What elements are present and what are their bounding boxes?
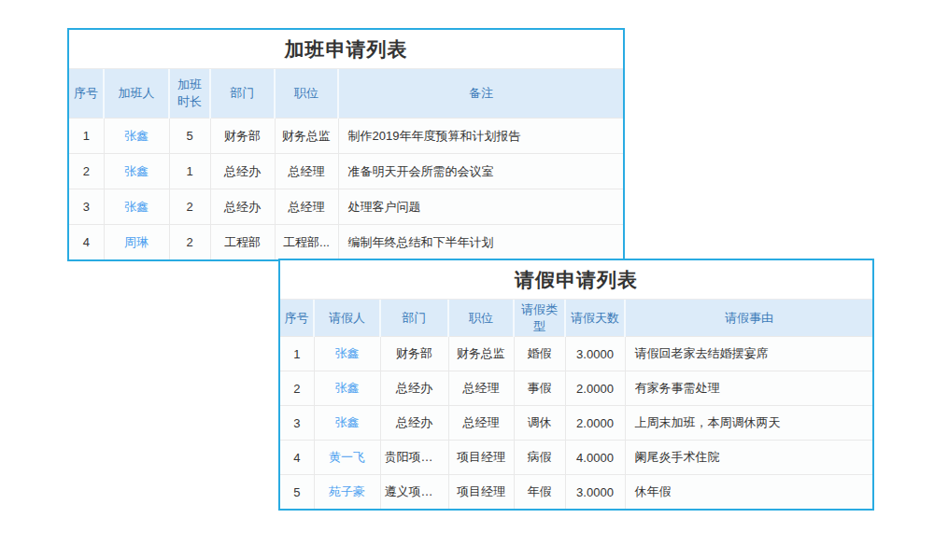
person-link[interactable]: 张鑫 bbox=[335, 346, 360, 360]
table-cell: 5 bbox=[280, 475, 314, 510]
table-cell: 制作2019年年度预算和计划报告 bbox=[338, 119, 623, 154]
column-header: 部门 bbox=[380, 300, 448, 337]
table-cell: 项目经理 bbox=[448, 475, 514, 510]
table-cell: 3 bbox=[280, 406, 314, 441]
person-cell: 张鑫 bbox=[314, 337, 380, 371]
table-cell: 财务部 bbox=[380, 337, 448, 371]
table-row: 1张鑫5财务部财务总监制作2019年年度预算和计划报告 bbox=[69, 119, 623, 154]
table-cell: 4 bbox=[69, 225, 104, 260]
table-cell: 2.0000 bbox=[565, 371, 625, 406]
table-cell: 工程部 bbox=[210, 225, 275, 260]
table-cell: 1 bbox=[169, 154, 210, 189]
leave-table-header: 序号请假人部门职位请假类型请假天数请假事由 bbox=[280, 300, 872, 337]
person-cell: 张鑫 bbox=[104, 119, 169, 154]
table-cell: 请假回老家去结婚摆宴席 bbox=[625, 337, 872, 371]
table-row: 3张鑫2总经办总经理处理客户问题 bbox=[69, 189, 623, 225]
column-header: 请假天数 bbox=[565, 300, 625, 337]
table-row: 2张鑫1总经办总经理准备明天开会所需的会议室 bbox=[69, 154, 623, 189]
overtime-table-header: 序号加班人加班时长部门职位备注 bbox=[69, 69, 623, 119]
table-cell: 2 bbox=[169, 189, 210, 225]
table-cell: 总经理 bbox=[275, 154, 338, 189]
table-cell: 休年假 bbox=[625, 475, 872, 510]
person-cell: 张鑫 bbox=[314, 371, 380, 406]
overtime-table-body: 1张鑫5财务部财务总监制作2019年年度预算和计划报告2张鑫1总经办总经理准备明… bbox=[69, 119, 623, 260]
overtime-application-table: 加班申请列表 序号加班人加班时长部门职位备注 1张鑫5财务部财务总监制作2019… bbox=[67, 28, 625, 261]
person-link[interactable]: 苑子豪 bbox=[329, 484, 365, 498]
table-cell: 2 bbox=[280, 371, 314, 406]
table-row: 5苑子豪遵义项目部项目经理年假3.0000休年假 bbox=[280, 475, 872, 510]
table-cell: 总经理 bbox=[275, 189, 338, 225]
person-link[interactable]: 张鑫 bbox=[124, 200, 149, 214]
person-link[interactable]: 周琳 bbox=[124, 235, 149, 249]
person-link[interactable]: 张鑫 bbox=[124, 129, 149, 143]
column-header: 请假人 bbox=[314, 300, 380, 337]
page: 加班申请列表 序号加班人加班时长部门职位备注 1张鑫5财务部财务总监制作2019… bbox=[0, 0, 934, 560]
table-cell: 贵阳项目部 bbox=[380, 441, 448, 475]
table-cell: 4.0000 bbox=[565, 441, 625, 475]
table-cell: 总经办 bbox=[210, 189, 275, 225]
table-cell: 财务总监 bbox=[275, 119, 338, 154]
table-cell: 工程部... bbox=[275, 225, 338, 260]
table-cell: 2.0000 bbox=[565, 406, 625, 441]
table-row: 3张鑫总经办总经理调休2.0000上周末加班，本周调休两天 bbox=[280, 406, 872, 441]
person-link[interactable]: 张鑫 bbox=[335, 381, 360, 395]
table-cell: 2 bbox=[69, 154, 104, 189]
leave-table-grid: 序号请假人部门职位请假类型请假天数请假事由 1张鑫财务部财务总监婚假3.0000… bbox=[280, 300, 872, 509]
table-cell: 准备明天开会所需的会议室 bbox=[338, 154, 623, 189]
table-row: 4黄一飞贵阳项目部项目经理病假4.0000阑尾炎手术住院 bbox=[280, 441, 872, 475]
table-cell: 总经理 bbox=[448, 371, 514, 406]
table-cell: 3.0000 bbox=[565, 337, 625, 371]
person-link[interactable]: 张鑫 bbox=[124, 164, 149, 178]
table-cell: 病假 bbox=[514, 441, 565, 475]
table-cell: 总经理 bbox=[448, 406, 514, 441]
table-cell: 上周末加班，本周调休两天 bbox=[625, 406, 872, 441]
column-header: 职位 bbox=[275, 69, 338, 119]
overtime-table-title: 加班申请列表 bbox=[69, 30, 623, 69]
table-cell: 年假 bbox=[514, 475, 565, 510]
table-cell: 总经办 bbox=[380, 406, 448, 441]
table-cell: 阑尾炎手术住院 bbox=[625, 441, 872, 475]
leave-table-title: 请假申请列表 bbox=[280, 260, 872, 300]
column-header: 请假类型 bbox=[514, 300, 565, 337]
leave-application-table: 请假申请列表 序号请假人部门职位请假类型请假天数请假事由 1张鑫财务部财务总监婚… bbox=[278, 259, 874, 511]
person-cell: 周琳 bbox=[104, 225, 169, 260]
column-header: 加班时长 bbox=[169, 69, 210, 119]
table-cell: 5 bbox=[169, 119, 210, 154]
table-cell: 1 bbox=[69, 119, 104, 154]
table-row: 4周琳2工程部工程部...编制年终总结和下半年计划 bbox=[69, 225, 623, 260]
table-cell: 总经办 bbox=[380, 371, 448, 406]
column-header: 备注 bbox=[338, 69, 623, 119]
table-cell: 编制年终总结和下半年计划 bbox=[338, 225, 623, 260]
table-row: 1张鑫财务部财务总监婚假3.0000请假回老家去结婚摆宴席 bbox=[280, 337, 872, 371]
table-cell: 总经办 bbox=[210, 154, 275, 189]
column-header: 职位 bbox=[448, 300, 514, 337]
column-header: 加班人 bbox=[104, 69, 169, 119]
overtime-table-grid: 序号加班人加班时长部门职位备注 1张鑫5财务部财务总监制作2019年年度预算和计… bbox=[69, 69, 623, 259]
person-cell: 张鑫 bbox=[314, 406, 380, 441]
table-cell: 4 bbox=[280, 441, 314, 475]
table-cell: 3.0000 bbox=[565, 475, 625, 510]
table-cell: 遵义项目部 bbox=[380, 475, 448, 510]
person-cell: 苑子豪 bbox=[314, 475, 380, 510]
table-cell: 调休 bbox=[514, 406, 565, 441]
table-cell: 财务部 bbox=[210, 119, 275, 154]
person-link[interactable]: 黄一飞 bbox=[329, 450, 365, 464]
table-row: 2张鑫总经办总经理事假2.0000有家务事需处理 bbox=[280, 371, 872, 406]
table-cell: 3 bbox=[69, 189, 104, 225]
table-cell: 财务总监 bbox=[448, 337, 514, 371]
table-cell: 2 bbox=[169, 225, 210, 260]
table-cell: 项目经理 bbox=[448, 441, 514, 475]
table-cell: 婚假 bbox=[514, 337, 565, 371]
person-cell: 黄一飞 bbox=[314, 441, 380, 475]
column-header: 部门 bbox=[210, 69, 275, 119]
column-header: 序号 bbox=[280, 300, 314, 337]
table-cell: 处理客户问题 bbox=[338, 189, 623, 225]
person-cell: 张鑫 bbox=[104, 154, 169, 189]
table-cell: 1 bbox=[280, 337, 314, 371]
person-link[interactable]: 张鑫 bbox=[335, 415, 360, 429]
column-header: 序号 bbox=[69, 69, 104, 119]
column-header: 请假事由 bbox=[625, 300, 872, 337]
person-cell: 张鑫 bbox=[104, 189, 169, 225]
table-cell: 有家务事需处理 bbox=[625, 371, 872, 406]
leave-table-body: 1张鑫财务部财务总监婚假3.0000请假回老家去结婚摆宴席2张鑫总经办总经理事假… bbox=[280, 337, 872, 510]
